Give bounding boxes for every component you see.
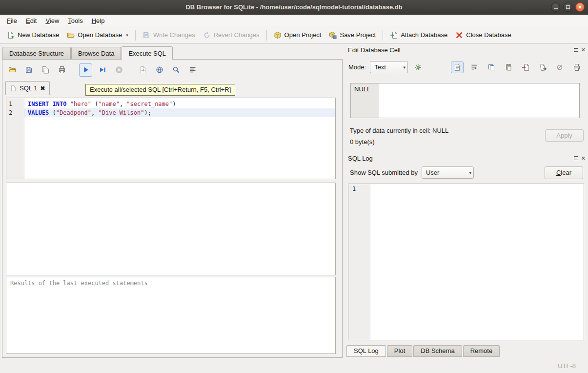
open-external-button[interactable] [153,63,166,77]
log-line-gutter: 1 [348,184,370,340]
print-cell-button[interactable] [570,62,583,73]
find-replace-icon [172,66,180,74]
code-line[interactable]: VALUES ("Deadpond", "Dive Wilson"); [24,108,335,117]
maximize-button[interactable] [563,2,572,12]
code-line[interactable]: INSERT INTO "hero" ("name", "secret_name… [24,100,335,108]
tab-execute-sql[interactable]: Execute SQL [122,46,173,60]
float-dock-icon[interactable] [574,48,578,52]
log-content[interactable] [370,184,584,340]
menu-view[interactable]: View [41,16,63,26]
save-sql-file-icon [25,66,33,74]
print-sql-button[interactable] [55,63,68,77]
attach-database-icon [390,31,398,39]
open-database-button[interactable]: Open Database ▾ [63,28,132,42]
execute-all-button[interactable] [79,63,92,77]
dock-tab-remote[interactable]: Remote [463,345,500,357]
open-database-label: Open Database [78,31,122,39]
sql-code-area[interactable]: INSERT INTO "hero" ("name", "secret_name… [24,98,335,179]
cell-action-icons [451,62,583,73]
format-sql-icon [189,66,197,74]
close-dock-icon[interactable]: ✕ [581,156,586,161]
encoding-indicator[interactable]: UTF-8 [558,362,576,370]
save-project-button[interactable]: Save Project [325,28,380,42]
minimize-button[interactable] [551,2,560,12]
export-results-button[interactable] [136,63,149,77]
window-titlebar: DB Browser for SQLite - /home/user/code/… [0,0,588,15]
dock-tab-plot[interactable]: Plot [387,345,412,357]
sql-doc-tab[interactable]: SQL 1 ✖ [5,81,50,95]
sql-toolbar [5,62,199,78]
revert-changes-icon [203,31,211,39]
open-sql-file-icon [8,66,16,74]
copy-cell-button[interactable] [485,62,498,73]
write-changes-button: Write Changes [139,28,199,42]
clear-log-button[interactable]: Clear [545,166,583,179]
dock-tab-db-schema[interactable]: DB Schema [413,345,462,357]
stop-execution-button [112,63,125,77]
auto-switch-mode-button[interactable] [412,62,425,73]
sql-editor[interactable]: 12 INSERT INTO "hero" ("name", "secret_n… [6,98,336,179]
cell-value: NULL [351,83,379,118]
menu-help[interactable]: Help [87,16,109,26]
cell-editor[interactable]: NULL [350,83,580,118]
toolbar-separator [266,30,267,41]
chevron-down-icon[interactable]: ▾ [126,33,128,38]
open-project-button[interactable]: Open Project [270,28,325,42]
right-panel: Edit Database Cell ✕ Mode: Text ▾ [344,44,588,360]
float-dock-icon[interactable] [574,156,578,160]
save-sql-file-button[interactable] [22,63,35,77]
text-mode-button[interactable] [451,62,464,73]
word-wrap-button[interactable] [468,62,481,73]
mode-select-value: Text [374,63,386,71]
maximize-icon [566,5,570,9]
mode-select[interactable]: Text ▾ [370,61,408,73]
write-changes-label: Write Changes [153,31,195,39]
import-data-button[interactable] [519,62,532,73]
save-sql-as-button[interactable] [39,63,52,77]
close-button[interactable]: ✕ [575,2,585,12]
close-icon: ✕ [578,4,582,10]
close-dock-icon[interactable]: ✕ [581,47,586,53]
tab-browse-data[interactable]: Browse Data [71,47,121,60]
results-log: Results of the last executed statements [6,277,336,354]
export-data-button[interactable] [536,62,549,73]
open-sql-file-button[interactable] [5,63,19,77]
chevron-down-icon: ▾ [465,170,471,175]
paste-cell-button[interactable] [502,62,515,73]
tab-database-structure[interactable]: Database Structure [2,47,71,60]
cell-editor-area[interactable] [379,83,579,118]
submitter-select-value: User [426,169,439,176]
new-database-button[interactable]: New Database [3,28,63,42]
paste-icon [505,63,512,71]
results-grid[interactable] [6,183,336,275]
find-replace-button[interactable] [169,63,182,77]
apply-button-label: Apply [556,132,572,139]
menu-edit[interactable]: Edit [21,16,41,26]
toolbar-separator [135,30,136,41]
set-null-button[interactable] [553,62,566,73]
format-sql-button[interactable] [186,63,199,77]
sql-log-view[interactable]: 1 [348,184,584,340]
toolbar-separator [383,30,383,41]
submitter-select[interactable]: User ▾ [422,166,474,179]
close-doc-tab-icon[interactable]: ✖ [40,85,45,92]
sql-log-header: SQL Log ✕ [348,153,586,163]
attach-database-button[interactable]: Attach Database [386,28,451,42]
export-icon [539,63,547,71]
window-title: DB Browser for SQLite - /home/user/code/… [185,3,402,11]
menu-tools[interactable]: Tools [63,16,87,26]
mode-label: Mode: [348,63,366,71]
execute-line-button[interactable] [96,63,109,77]
main-tab-bar: Database Structure Browse Data Execute S… [2,46,173,60]
word-wrap-icon [470,63,478,71]
save-sql-as-icon [41,66,49,74]
close-database-label: Close Database [466,31,511,39]
menu-file[interactable]: File [2,16,21,26]
results-placeholder: Results of the last executed statements [10,280,148,287]
dock-tab-sql-log[interactable]: SQL Log [346,345,386,357]
minimize-icon [554,8,558,9]
copy-icon [487,63,495,71]
execute-all-icon [82,66,90,74]
close-database-button[interactable]: Close Database [451,28,515,42]
open-project-label: Open Project [284,31,322,39]
